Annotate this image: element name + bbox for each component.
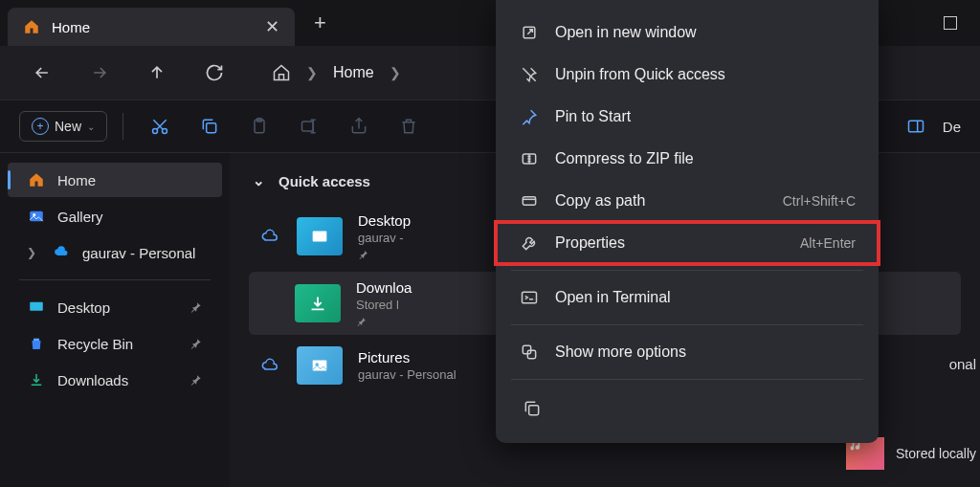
item-subtext: gaurav -: [358, 231, 411, 245]
item-subtext: Stored l: [356, 298, 412, 312]
cm-compress[interactable]: Compress to ZIP file: [496, 138, 879, 180]
cm-unpin[interactable]: Unpin from Quick access: [496, 54, 879, 96]
tab-home[interactable]: Home ✕: [8, 8, 295, 46]
svg-rect-5: [302, 122, 314, 131]
cm-bottom-toolbar: [496, 386, 879, 432]
sidebar-label: Home: [57, 172, 96, 188]
refresh-button[interactable]: [195, 54, 234, 92]
svg-rect-6: [908, 121, 923, 132]
svg-point-8: [33, 213, 35, 216]
close-tab-button[interactable]: ✕: [265, 16, 279, 37]
cloud-icon: [260, 356, 281, 375]
cm-label: Open in new window: [555, 24, 856, 41]
svg-rect-20: [529, 406, 539, 415]
cm-label: Show more options: [555, 343, 856, 361]
chevron-right-icon: ❯: [306, 65, 318, 80]
forward-button[interactable]: [80, 54, 119, 92]
pin-icon: [358, 249, 411, 260]
context-menu: Open in new window Unpin from Quick acce…: [496, 0, 879, 443]
subtext-fragment: onal: [949, 356, 976, 372]
cloud-icon: [260, 227, 281, 246]
delete-button[interactable]: [388, 105, 430, 147]
cm-label: Properties: [555, 234, 785, 252]
separator: [511, 379, 863, 380]
zip-icon: [519, 148, 540, 169]
sidebar-item-home[interactable]: Home: [8, 163, 222, 197]
cm-label: Copy as path: [555, 192, 768, 210]
svg-rect-18: [523, 345, 530, 353]
cm-copy-path[interactable]: Copy as path Ctrl+Shift+C: [496, 180, 879, 222]
separator: [122, 113, 123, 140]
chevron-right-icon[interactable]: ❯: [27, 246, 36, 259]
pin-icon: [519, 106, 540, 127]
separator: [511, 270, 863, 271]
sidebar-label: Gallery: [57, 209, 103, 225]
item-name: Downloa: [356, 279, 412, 296]
pin-icon: [189, 300, 203, 314]
cm-label: Pin to Start: [555, 108, 856, 125]
plus-icon: +: [32, 118, 49, 135]
folder-icon: [295, 284, 341, 322]
cm-label: Unpin from Quick access: [555, 66, 856, 83]
svg-rect-2: [207, 123, 216, 133]
desktop-icon: [27, 298, 46, 317]
sidebar-item-onedrive[interactable]: ❯ gaurav - Personal: [8, 235, 222, 270]
separator: [511, 324, 863, 325]
cm-pin-start[interactable]: Pin to Start: [496, 96, 879, 138]
svg-rect-12: [313, 361, 327, 371]
pin-icon: [356, 316, 412, 327]
tab-title: Home: [52, 19, 254, 35]
sidebar-item-gallery[interactable]: Gallery: [8, 199, 222, 233]
breadcrumb[interactable]: ❯ Home ❯: [253, 63, 401, 82]
paste-button[interactable]: [238, 105, 280, 147]
copy-button[interactable]: [189, 105, 231, 147]
cm-terminal[interactable]: Open in Terminal: [496, 277, 879, 319]
unpin-icon: [519, 64, 540, 85]
home-icon: [272, 63, 291, 82]
sidebar-item-downloads[interactable]: Downloads: [8, 363, 222, 397]
sidebar-label: gaurav - Personal: [82, 245, 195, 261]
separator: [19, 279, 211, 280]
svg-rect-11: [313, 232, 327, 242]
downloads-icon: [27, 370, 46, 389]
home-icon: [27, 170, 46, 189]
new-label: New: [55, 119, 81, 134]
gallery-icon: [27, 207, 46, 226]
home-icon: [23, 18, 40, 35]
svg-point-0: [153, 129, 158, 134]
svg-rect-10: [33, 339, 39, 341]
item-subtext: gaurav - Personal: [358, 367, 457, 382]
folder-icon: [297, 346, 343, 385]
breadcrumb-segment[interactable]: Home: [333, 64, 374, 81]
terminal-icon: [519, 287, 540, 308]
recycle-icon: [27, 334, 46, 353]
share-button[interactable]: [338, 105, 380, 147]
cm-shortcut: Ctrl+Shift+C: [783, 193, 856, 209]
sidebar-item-desktop[interactable]: Desktop: [8, 290, 222, 324]
new-button[interactable]: + New ⌄: [19, 111, 107, 142]
maximize-button[interactable]: [944, 16, 957, 30]
preview-pane-button[interactable]: [895, 105, 937, 147]
up-button[interactable]: [138, 54, 176, 92]
sidebar-item-recycle[interactable]: Recycle Bin: [8, 326, 222, 361]
rename-button[interactable]: [288, 105, 330, 147]
back-button[interactable]: [23, 54, 61, 92]
cm-shortcut: Alt+Enter: [800, 235, 856, 251]
svg-rect-19: [527, 350, 535, 358]
folder-icon: [297, 217, 343, 255]
cut-button[interactable]: [139, 105, 181, 147]
new-tab-button[interactable]: +: [314, 11, 326, 35]
window-controls: [944, 16, 972, 30]
cm-properties[interactable]: Properties Alt+Enter: [496, 222, 879, 264]
chevron-right-icon: ❯: [390, 65, 401, 80]
chevron-down-icon: ⌄: [253, 172, 265, 189]
onedrive-icon: [52, 243, 71, 262]
cm-open-new-window[interactable]: Open in new window: [496, 11, 879, 54]
chevron-down-icon: ⌄: [87, 122, 95, 132]
cm-more-options[interactable]: Show more options: [496, 331, 879, 373]
item-name: Desktop: [358, 212, 411, 229]
open-window-icon: [519, 22, 540, 43]
svg-point-1: [163, 129, 167, 134]
copy-icon[interactable]: [519, 395, 546, 422]
pin-icon: [189, 373, 203, 387]
